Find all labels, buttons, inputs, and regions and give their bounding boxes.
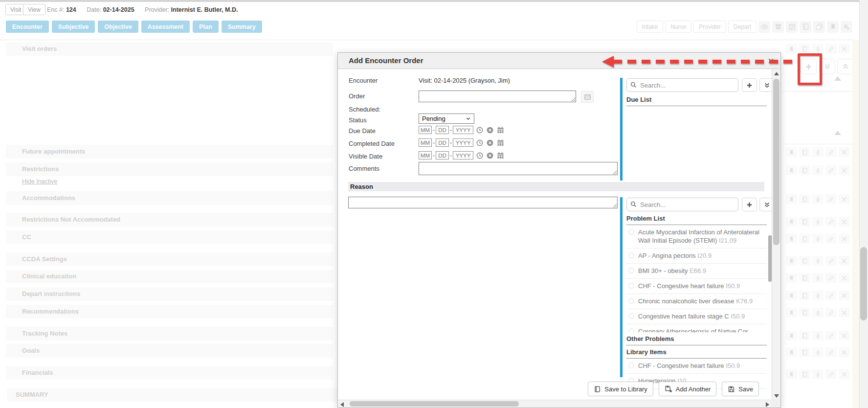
microphone-icon[interactable] [812,234,823,244]
scroll-right-arrow[interactable] [766,402,769,407]
due-add-button[interactable] [742,78,757,92]
pencil-icon[interactable] [825,44,837,54]
book-icon[interactable] [799,234,810,244]
browser-scrollbar-thumb[interactable] [860,247,867,320]
provider-button[interactable]: Provider [693,21,726,33]
clear-date-icon[interactable] [486,152,494,159]
bookmark-icon[interactable] [786,369,797,379]
add-another-button[interactable]: Add Another [659,382,717,396]
visible-date-mm[interactable] [419,151,432,159]
pencil-icon[interactable] [825,217,837,227]
microphone-icon[interactable] [812,44,823,54]
book-icon[interactable] [799,369,810,379]
tab-objective[interactable]: Objective [98,21,138,33]
tab-summary[interactable]: Summary [222,21,262,33]
pencil-icon[interactable] [825,165,837,175]
section-summary[interactable]: SUMMARY [7,388,337,402]
visible-date-yyyy[interactable] [453,151,473,159]
bookmark-icon[interactable] [786,347,797,357]
scroll-down-arrow[interactable] [774,394,779,398]
problem-list-item[interactable]: BMI 30+ - obesity E66.9 [626,264,767,279]
bookmark-icon[interactable] [786,44,797,54]
book-icon[interactable] [799,331,810,340]
section-financials[interactable]: Financials [6,366,333,380]
problem-radio[interactable] [628,229,634,235]
pencil-icon[interactable] [825,331,837,340]
reason-search-input[interactable] [626,198,738,211]
scroll-left-arrow[interactable] [340,402,344,407]
section-goals[interactable]: Goals [6,344,333,358]
close-icon[interactable] [839,291,850,300]
book-icon[interactable] [799,273,810,283]
section-clinical-education[interactable]: Clinical education [6,270,333,283]
book-icon[interactable] [799,147,810,157]
microphone-icon[interactable] [812,369,823,379]
order-list-icon[interactable] [581,91,594,103]
horizontal-scrollbar-thumb[interactable] [350,401,519,407]
depart-button[interactable]: Depart [728,21,757,33]
microphone-icon[interactable] [812,347,823,357]
microphone-icon[interactable] [812,273,823,283]
problem-list-item[interactable]: CHF - Congestive heart failure I50.9 [626,279,767,294]
clock-icon[interactable] [476,152,484,159]
problem-list-item[interactable]: Acute Myocardial Infarction of Anterolat… [626,225,767,249]
problem-radio[interactable] [628,328,634,332]
problem-list-item[interactable]: Chronic nonalcoholic liver disease K76.9 [626,294,767,309]
clock-icon[interactable] [476,126,484,134]
bookmark-icon[interactable] [786,234,797,244]
view-button[interactable]: View [23,4,45,15]
pencil-icon[interactable] [825,369,837,379]
eye-icon[interactable] [758,21,770,33]
tab-subjective[interactable]: Subjective [52,21,95,33]
due-date-mm[interactable] [419,126,432,134]
pencil-icon[interactable] [825,194,837,204]
dialog-vertical-scrollbar[interactable] [772,69,780,401]
problem-list-item[interactable]: AP - Angina pectoris I20.9 [626,249,767,264]
pencil-icon[interactable] [825,273,837,283]
nurse-button[interactable]: Nurse [665,21,691,33]
problem-radio[interactable] [628,313,634,319]
dialog-horizontal-scrollbar[interactable] [338,400,772,408]
pencil-icon[interactable] [825,347,837,357]
reason-add-button[interactable] [742,198,757,211]
book-icon[interactable] [799,291,810,300]
problem-radio[interactable] [628,298,634,304]
calendar-check-icon[interactable] [786,21,798,33]
microphone-icon[interactable] [812,308,823,317]
section-accommodations[interactable]: Accommodations [6,191,333,205]
bookmark-icon[interactable] [786,147,797,157]
tab-plan[interactable]: Plan [193,21,218,33]
close-icon[interactable] [839,256,850,266]
bookmark-icon[interactable] [786,194,797,204]
due-date-yyyy[interactable] [453,126,473,134]
calendar-icon[interactable] [496,138,505,147]
bookmark-icon[interactable] [786,291,797,300]
close-icon[interactable] [839,308,850,317]
problem-radio[interactable] [628,268,634,273]
completed-date-mm[interactable] [419,138,432,147]
save-to-library-button[interactable]: Save to Library [588,382,653,396]
pencil-icon[interactable] [825,308,837,317]
close-icon[interactable] [839,331,850,340]
problem-list-scrollbar-thumb[interactable] [768,235,772,282]
book-icon[interactable] [799,44,810,54]
bookmark-icon[interactable] [786,273,797,283]
scroll-up-arrow[interactable] [774,72,779,75]
section-future-appointments[interactable]: Future appointments [6,145,333,159]
clear-date-icon[interactable] [486,126,494,134]
microphone-icon[interactable] [812,331,823,340]
book-icon[interactable] [800,21,811,33]
microphone-icon[interactable] [812,256,823,266]
browser-scrollbar[interactable] [859,0,868,408]
close-icon[interactable] [839,217,850,227]
clock-icon[interactable] [476,139,484,147]
pencil-icon[interactable] [825,234,837,244]
bookmark-icon[interactable] [786,308,797,317]
close-icon[interactable] [839,347,850,357]
book-icon[interactable] [799,165,810,175]
microphone-icon[interactable] [812,147,823,157]
microphone-icon[interactable] [812,291,823,300]
reason-input[interactable] [348,197,618,208]
collapse-all-up-button[interactable] [837,59,853,74]
save-button[interactable]: Save [722,382,759,396]
